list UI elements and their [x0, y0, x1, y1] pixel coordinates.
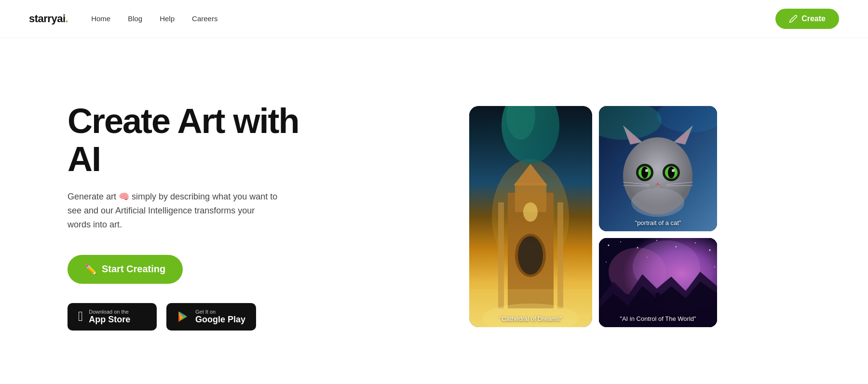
apple-icon: : [78, 309, 83, 324]
google-play-small-label: Get It on: [195, 309, 216, 315]
hero-title: Create Art with AI: [68, 102, 318, 178]
nav-link-careers[interactable]: Careers: [192, 14, 217, 23]
svg-point-29: [672, 169, 675, 172]
svg-point-44: [695, 242, 696, 243]
nav-link-home[interactable]: Home: [91, 14, 110, 23]
start-creating-button[interactable]: ✏️ Start Creating: [68, 255, 183, 284]
hero-desc-before: Generate art: [68, 192, 119, 201]
google-play-text: Get It on Google Play: [195, 309, 245, 325]
nav-links: Home Blog Help Careers: [91, 14, 217, 23]
nav-create-button[interactable]: Create: [775, 9, 839, 29]
svg-point-26: [641, 167, 648, 178]
google-play-icon: [177, 310, 190, 323]
brain-emoji: 🧠: [119, 192, 129, 201]
nav-left: starryai. Home Blog Help Careers: [29, 13, 217, 25]
svg-point-53: [655, 292, 660, 297]
gallery-card-cat: "portrait of a cat": [599, 106, 717, 231]
cathedral-art: [469, 106, 592, 327]
image-grid: "Cathedral of Dreams": [469, 106, 717, 327]
svg-point-7: [523, 202, 538, 222]
svg-point-6: [518, 236, 543, 275]
app-store-large-label: App Store: [89, 315, 130, 325]
hero-description: Generate art 🧠 simply by describing what…: [68, 190, 280, 231]
app-store-small-label: Download on the: [89, 309, 129, 315]
gallery-card-space: "AI in Control of The World": [599, 238, 717, 327]
google-play-large-label: Google Play: [195, 315, 245, 325]
svg-point-40: [620, 241, 621, 242]
svg-point-39: [608, 244, 610, 246]
app-store-button[interactable]:  Download on the App Store: [68, 303, 157, 331]
nav-create-label: Create: [801, 14, 826, 23]
store-buttons:  Download on the App Store Get It on Go…: [68, 303, 318, 331]
svg-point-45: [709, 249, 711, 251]
svg-rect-54: [656, 297, 659, 304]
svg-rect-12: [557, 202, 563, 308]
start-creating-icon: ✏️: [85, 264, 97, 275]
svg-rect-11: [498, 202, 504, 308]
svg-point-46: [606, 262, 607, 263]
svg-point-42: [656, 240, 657, 241]
cathedral-caption: "Cathedral of Dreams": [469, 315, 592, 322]
gallery-card-cathedral: "Cathedral of Dreams": [469, 106, 592, 327]
logo-dot: .: [66, 13, 68, 25]
hero-section: Create Art with AI Generate art 🧠 simply…: [68, 102, 318, 331]
google-play-button[interactable]: Get It on Google Play: [166, 303, 256, 331]
app-store-text: Download on the App Store: [89, 309, 130, 325]
space-caption: "AI in Control of The World": [599, 315, 717, 322]
gallery-section: "Cathedral of Dreams": [357, 106, 829, 327]
navbar: starryai. Home Blog Help Careers Create: [0, 0, 868, 38]
space-art: [599, 238, 717, 327]
svg-point-47: [714, 266, 715, 267]
nav-link-help[interactable]: Help: [160, 14, 175, 23]
cat-caption: "portrait of a cat": [599, 219, 717, 226]
cat-art: [599, 106, 717, 231]
svg-point-28: [645, 169, 648, 172]
svg-point-27: [668, 167, 675, 178]
main-content: Create Art with AI Generate art 🧠 simply…: [0, 38, 868, 384]
pencil-icon: [789, 14, 798, 23]
nav-link-blog[interactable]: Blog: [128, 14, 142, 23]
start-creating-label: Start Creating: [102, 264, 165, 275]
logo[interactable]: starryai.: [29, 13, 68, 25]
svg-point-35: [631, 188, 684, 217]
